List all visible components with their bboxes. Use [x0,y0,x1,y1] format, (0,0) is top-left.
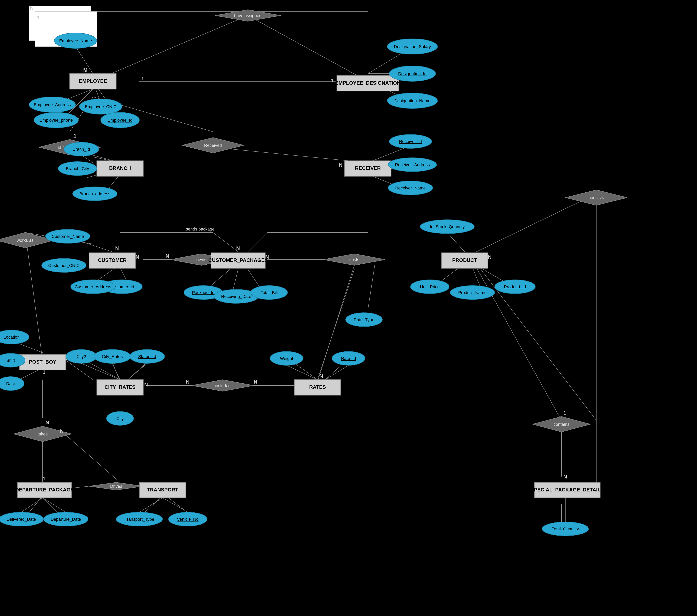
svg-line-37 [97,267,116,281]
drives-label: Drives [110,484,122,489]
card-n-rates-top: N [320,373,323,379]
card-n-customer-right: N [135,254,139,260]
card-1-branch: 1 [74,133,76,139]
weight-text: Weight [280,356,293,361]
rate-type-text: Rate_Type [354,317,374,322]
svg-line-80 [72,486,89,488]
card-n-receiver: N [339,162,342,168]
cardinality-n-top: N [30,5,34,11]
card-1-postboy-bottom: 1 [43,369,45,375]
card-n-includes-left: N [186,379,190,385]
employee-cnic-text: Employee_CNIC [85,104,117,109]
customer-cnic-text: Customer_CNIC [48,263,79,268]
costs-label: costs [349,257,359,262]
special-package-label: SPECIAL_PACKAGE_DETAILS [531,487,604,493]
svg-line-86 [286,365,317,380]
receiver-id-text: Receiver_Id [399,139,422,144]
svg-line-2 [93,15,248,82]
customer-address-text: Customer_Address [75,284,111,289]
card-n-cp-right: N [265,254,269,260]
unit-price-text: Unit_Price [420,284,440,289]
rate-id-text: Rate_Id [341,356,356,361]
product-label: PRODUCT [452,257,477,263]
city-rates-text: City_Rates [102,354,123,359]
designation-name-text: Designation_Name [394,99,430,103]
takes-label: takes [38,431,48,437]
city-rates-label: CITY_RATES [105,384,135,390]
card-m-employee-top: M [83,67,88,73]
svg-line-82 [81,363,120,380]
svg-line-40 [232,269,238,293]
customer-label: CUSTOMER [98,257,127,263]
svg-line-87 [325,365,348,380]
svg-line-76 [139,498,163,512]
card-n-cityrates-right: N [144,382,148,387]
sends-package-label: sends package [186,226,214,232]
owns-label: owns [196,257,206,262]
rates-label: RATES [309,384,326,390]
received-label: Received [204,143,222,148]
receiving-date-text: Receiving_Date [221,294,251,299]
product-id-text: Producrt_Id [504,284,526,289]
svg-line-77 [163,498,188,512]
have-assigned-label: have assigned [234,13,262,18]
svg-line-84 [128,363,147,380]
city2-text: City2 [76,354,86,359]
card-n-includes-right: N [254,379,257,385]
departure-package-label: DEPARTURE_PACKAGE [15,487,74,493]
svg-line-35 [77,240,112,252]
employee-address-text: Employee_Address [34,102,71,107]
date-text: Date [6,381,15,386]
departure-date-text: Departure_Date [51,517,81,522]
includes-label: includes [215,383,231,388]
er-diagram: N 1 have assigned EMPLOYEE Employee_Name… [0,0,697,616]
branch-city-text: Branch_City [66,166,89,171]
card-n-takes-top: N [45,420,49,425]
svg-line-78 [21,498,43,512]
contains-label: contains [553,422,569,427]
customer-name-text: Customer_Name [52,234,84,239]
card-n-owns-left: N [165,253,169,259]
cardinality-1-top: 1 [37,15,40,20]
status-id-text: Status_Id [138,354,156,359]
designation-id-text: Designation_Id [398,71,427,76]
svg-line-32 [248,233,267,252]
card-1-empdes-left: 1 [331,78,334,84]
total-bill-text: Total_Bill [261,290,278,295]
transport-type-text: Transport_Type [124,517,154,522]
card-1-contains-top: 1 [563,410,566,416]
card-n-sends-left: N [115,245,119,251]
employee-name-text: Employee_Name [59,38,92,43]
transport-label: TRANSPORT [147,487,178,493]
branch-label: BRANCH [109,165,131,171]
card-1-employee-right: 1 [141,76,144,82]
customer-packages-label: CUSTOMER_PACKAGES [208,257,268,263]
receiver-name-text: Receiver_Name [395,186,426,190]
svg-line-3 [248,15,368,82]
svg-line-49 [476,194,596,252]
svg-line-47 [472,267,480,287]
receiver-label: RECEIVER [355,165,381,171]
employee-label: EMPLOYEE [79,78,107,84]
vehicle-no-text: Vehicle_No [177,517,198,522]
product-name-text: Product_Name [458,290,487,295]
receiver-address-text: Receiver_Address [395,162,430,167]
consists-label: consists [589,195,604,200]
city-text: City [116,416,124,421]
in-stock-qty-text: In_Stock_Quantity [430,224,465,229]
svg-line-66 [60,430,120,482]
svg-line-20 [213,147,368,163]
svg-line-44 [368,260,375,310]
employee-phone-text: Employee_phone [40,118,73,122]
branch-address-text: Branch_address [79,191,110,196]
svg-line-24 [25,233,43,360]
works-as-label: works as [17,238,34,243]
svg-line-83 [112,363,120,380]
card-n-contains-bottom: N [563,474,567,480]
total-quantity-text: Total_Quantity [552,527,579,531]
post-boy-label: POST_BOY [29,359,56,365]
svg-line-28 [213,233,238,252]
svg-line-79 [43,498,66,512]
svg-line-74 [476,263,596,420]
card-n-sends-right: N [236,245,240,251]
